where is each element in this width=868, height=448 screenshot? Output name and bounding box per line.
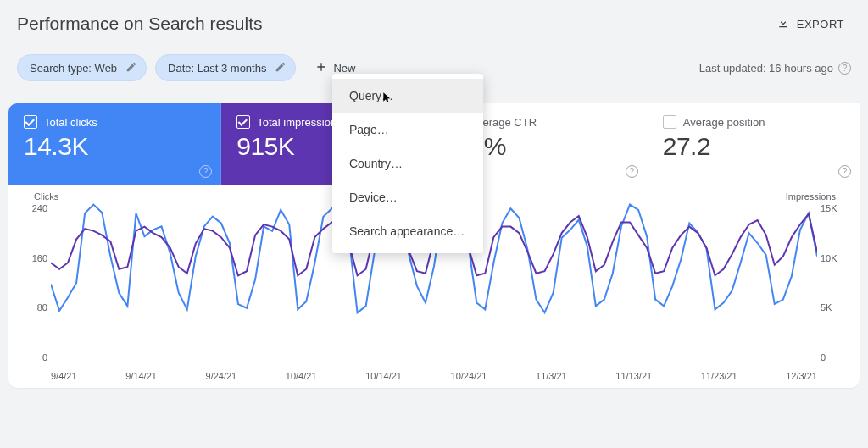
help-icon[interactable]: ? xyxy=(838,62,851,75)
last-updated-text: Last updated: 16 hours ago xyxy=(699,62,833,75)
filter-chip-search-type[interactable]: Search type: Web xyxy=(17,54,147,81)
download-icon xyxy=(776,16,790,32)
metric-total-clicks[interactable]: Total clicks 14.3K ? xyxy=(8,103,221,185)
checkbox-icon xyxy=(236,115,250,129)
filter-chip-date[interactable]: Date: Last 3 months xyxy=(155,54,296,81)
add-filter-label: New xyxy=(333,62,355,75)
metric-value: 27.2 xyxy=(663,132,844,161)
y-axis-left-title: Clicks xyxy=(34,191,58,202)
pencil-icon xyxy=(125,61,137,75)
help-icon[interactable]: ? xyxy=(199,165,212,178)
dropdown-item-searchappearance[interactable]: Search appearance… xyxy=(332,214,483,248)
y-ticks-left: 240160800 xyxy=(22,203,47,362)
page-header: Performance on Search results EXPORT xyxy=(0,0,868,47)
metric-label: Total impressions xyxy=(257,116,342,129)
x-axis: 9/4/219/14/219/24/2110/4/2110/14/2110/24… xyxy=(51,371,817,381)
dropdown-item-page[interactable]: Page… xyxy=(332,113,483,147)
y-axis-right-title: Impressions xyxy=(786,191,836,202)
filter-chip-label: Search type: Web xyxy=(30,62,117,75)
new-filter-dropdown[interactable]: Query…Page…Country…Device…Search appeara… xyxy=(332,74,483,253)
metric-average-position[interactable]: Average position 27.2 ? xyxy=(648,103,860,185)
export-button[interactable]: EXPORT xyxy=(770,13,851,36)
metric-label: Total clicks xyxy=(44,116,97,129)
page-title: Performance on Search results xyxy=(17,14,262,34)
help-icon[interactable]: ? xyxy=(838,165,851,178)
checkbox-icon xyxy=(663,115,676,129)
export-label: EXPORT xyxy=(797,18,844,30)
metric-value: 14.3K xyxy=(24,132,205,161)
pencil-icon xyxy=(275,61,287,75)
y-ticks-right: 15K10K5K0 xyxy=(821,203,846,362)
last-updated: Last updated: 16 hours ago ? xyxy=(699,62,851,75)
help-icon[interactable]: ? xyxy=(626,165,638,178)
dropdown-item-country[interactable]: Country… xyxy=(332,147,483,180)
metric-label: Average position xyxy=(683,116,765,129)
filter-chip-label: Date: Last 3 months xyxy=(168,62,266,75)
checkbox-icon xyxy=(24,115,37,129)
dropdown-item-query[interactable]: Query… xyxy=(332,79,483,113)
dropdown-item-device[interactable]: Device… xyxy=(332,180,483,214)
plus-icon xyxy=(314,60,328,76)
